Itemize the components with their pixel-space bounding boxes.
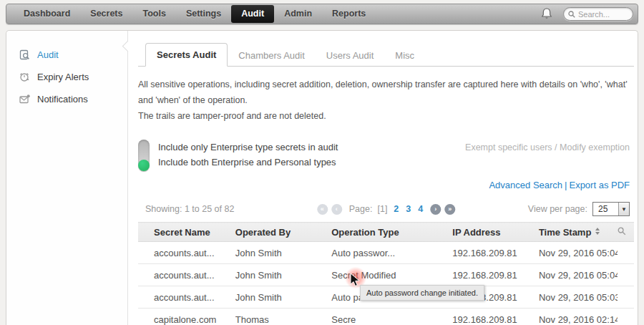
view-per-page-select[interactable]: 25 ▼ bbox=[592, 202, 630, 216]
first-page-button[interactable]: « bbox=[317, 204, 328, 215]
sidebar-item-label: Expiry Alerts bbox=[37, 72, 89, 82]
cell-operated-by: Thomas bbox=[235, 309, 331, 325]
cell-secret-name[interactable]: accounts.aut... bbox=[138, 242, 235, 264]
cell-operated-by: John Smith bbox=[235, 242, 331, 264]
description-line-1: All sensitive operations, including secr… bbox=[138, 77, 634, 108]
toggle-knob[interactable] bbox=[138, 160, 150, 171]
audit-scope-row: Include only Enterprise type secrets in … bbox=[138, 140, 634, 171]
next-page-button[interactable]: › bbox=[430, 204, 441, 215]
last-page-button[interactable]: » bbox=[444, 204, 455, 215]
cell-ip-address: 192.168.209.81 bbox=[452, 264, 539, 286]
enterprise-personal-toggle[interactable] bbox=[138, 140, 150, 171]
nav-item-admin[interactable]: Admin bbox=[274, 6, 322, 22]
global-search[interactable] bbox=[563, 7, 633, 21]
audit-description: All sensitive operations, including secr… bbox=[138, 77, 634, 124]
nav-item-audit[interactable]: Audit bbox=[231, 5, 274, 23]
tab-chambers-audit[interactable]: Chambers Audit bbox=[228, 44, 316, 67]
table-row[interactable]: accounts.aut... John Smith Auto passwor.… bbox=[138, 242, 634, 264]
toggle-option-enterprise-only: Include only Enterprise type secrets in … bbox=[158, 140, 338, 155]
table-header-row: Secret Name Operated By Operation Type I… bbox=[138, 223, 634, 242]
page-link-3[interactable]: 3 bbox=[406, 204, 411, 214]
top-navbar: Dashboard Secrets Tools Settings Audit A… bbox=[6, 4, 638, 24]
table-row[interactable]: accounts.aut... John Smith Secret Modifi… bbox=[138, 264, 634, 286]
expiry-alerts-icon bbox=[19, 72, 30, 82]
nav-item-dashboard[interactable]: Dashboard bbox=[14, 6, 80, 22]
bell-icon[interactable] bbox=[540, 7, 553, 21]
page-link-4[interactable]: 4 bbox=[418, 204, 423, 214]
sidebar-item-audit[interactable]: Audit bbox=[6, 44, 127, 66]
current-page: [1] bbox=[377, 204, 387, 214]
advanced-search-link[interactable]: Advanced Search bbox=[489, 180, 562, 190]
sidebar-item-expiry-alerts[interactable]: Expiry Alerts bbox=[6, 66, 127, 88]
cell-operation-type[interactable]: Secre bbox=[331, 309, 452, 325]
cell-operated-by: John Smith bbox=[235, 286, 331, 309]
sort-icon[interactable] bbox=[595, 228, 600, 235]
search-input[interactable] bbox=[578, 10, 628, 19]
chevron-down-icon[interactable]: ▼ bbox=[618, 203, 629, 215]
tab-secrets-audit[interactable]: Secrets Audit bbox=[145, 43, 228, 67]
sidebar-item-notifications[interactable]: Notifications bbox=[6, 88, 127, 110]
audit-table: Secret Name Operated By Operation Type I… bbox=[138, 222, 634, 325]
page-label: Page: bbox=[349, 204, 373, 214]
audit-tabs: Secrets Audit Chambers Audit Users Audit… bbox=[138, 42, 634, 67]
cell-ip-address: 192.168.209.81 bbox=[452, 309, 539, 325]
operation-tooltip: Auto password change initiated. bbox=[360, 285, 484, 301]
column-header-time-stamp[interactable]: Time Stamp bbox=[539, 223, 618, 242]
table-search-icon[interactable] bbox=[618, 227, 626, 236]
tab-misc[interactable]: Misc bbox=[384, 44, 425, 67]
export-pdf-link[interactable]: Export as PDF bbox=[569, 180, 630, 190]
sidebar: Audit Expiry Alerts Notifications bbox=[6, 31, 128, 325]
nav-item-tools[interactable]: Tools bbox=[132, 6, 175, 22]
toggle-option-both-types: Include both Enterprise and Personal typ… bbox=[158, 155, 338, 170]
view-per-page-label: View per page: bbox=[528, 204, 587, 214]
sidebar-item-label: Audit bbox=[37, 49, 59, 60]
cell-time-stamp: Nov 29, 2016 02:14 PM bbox=[539, 309, 618, 325]
cell-time-stamp: Nov 29, 2016 05:04 PM bbox=[539, 242, 618, 264]
exempt-users-link[interactable]: Exempt specific users / Modify exemption bbox=[465, 142, 630, 152]
audit-icon bbox=[19, 49, 30, 60]
pager: « ‹ Page: [1] 2 3 4 › » bbox=[317, 204, 455, 215]
content-card: Audit Expiry Alerts Notifications bbox=[6, 30, 638, 325]
column-header-secret-name[interactable]: Secret Name bbox=[138, 223, 235, 242]
cell-ip-address: 192.168.209.81 bbox=[452, 242, 539, 264]
sidebar-item-label: Notifications bbox=[37, 94, 88, 105]
cell-operated-by: John Smith bbox=[235, 264, 331, 286]
nav-item-reports[interactable]: Reports bbox=[322, 6, 376, 22]
nav-item-secrets[interactable]: Secrets bbox=[80, 6, 132, 22]
column-header-ip-address[interactable]: IP Address bbox=[452, 223, 539, 242]
tab-users-audit[interactable]: Users Audit bbox=[316, 44, 384, 67]
cell-time-stamp: Nov 29, 2016 05:03 PM bbox=[539, 286, 618, 309]
notifications-icon bbox=[19, 94, 30, 104]
cell-secret-name[interactable]: accounts.aut... bbox=[138, 286, 235, 309]
page-link-2[interactable]: 2 bbox=[394, 204, 399, 214]
column-header-operation-type[interactable]: Operation Type bbox=[331, 223, 452, 242]
view-per-page-value: 25 bbox=[593, 204, 618, 214]
column-header-operated-by[interactable]: Operated By bbox=[235, 223, 331, 242]
description-line-2: The trails are tamper-proof and are not … bbox=[138, 108, 634, 124]
table-action-links: Advanced Search|Export as PDF bbox=[138, 180, 634, 190]
nav-item-settings[interactable]: Settings bbox=[176, 6, 231, 22]
cell-time-stamp: Nov 29, 2016 05:04 PM bbox=[539, 264, 618, 286]
prev-page-button[interactable]: ‹ bbox=[331, 204, 342, 215]
main-panel: Secrets Audit Chambers Audit Users Audit… bbox=[129, 31, 638, 325]
cell-secret-name[interactable]: capitalone.com bbox=[138, 309, 235, 325]
cell-operation-type[interactable]: Auto passwor... bbox=[331, 242, 452, 264]
search-icon bbox=[568, 11, 575, 18]
table-row[interactable]: capitalone.com Thomas Secre 192.168.209.… bbox=[138, 309, 634, 325]
showing-count: Showing: 1 to 25 of 82 bbox=[145, 204, 234, 214]
cell-secret-name[interactable]: accounts.aut... bbox=[138, 264, 235, 286]
pagination-row: Showing: 1 to 25 of 82 « ‹ Page: [1] 2 3… bbox=[138, 202, 634, 216]
cell-operation-type[interactable]: Secret Modified bbox=[331, 264, 452, 286]
column-header-search[interactable] bbox=[618, 223, 634, 242]
toggle-labels: Include only Enterprise type secrets in … bbox=[158, 140, 338, 170]
